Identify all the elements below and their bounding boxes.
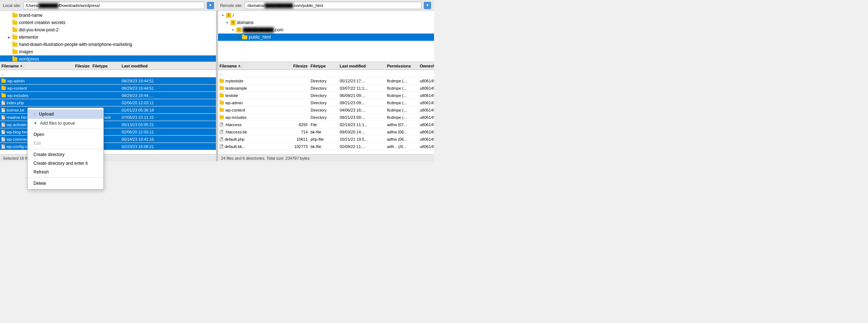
file-text: license.txt bbox=[7, 108, 24, 112]
remote-file-type: Directory bbox=[309, 93, 338, 98]
file-text: readme.html bbox=[7, 115, 29, 120]
remote-file-list[interactable]: .. mytestsite Directory 05/12/23 17:.. bbox=[218, 70, 434, 154]
context-menu-create-dir-enter[interactable]: Create directory and enter it bbox=[28, 159, 103, 162]
remote-file-lastmod: 02/14/23 11:1... bbox=[338, 122, 386, 127]
remote-file-type: File bbox=[309, 122, 338, 127]
remote-status-text: 24 files and 6 directories. Total size: … bbox=[221, 156, 309, 160]
local-header-filetype[interactable]: Filetype bbox=[91, 64, 120, 68]
tree-item-domain-com[interactable]: ▼ ? ██████████.com bbox=[218, 26, 434, 34]
file-text: testsite bbox=[225, 93, 238, 98]
remote-file-lastmod: 09/21/23 09:... bbox=[338, 101, 386, 105]
context-menu-upload-label: Upload bbox=[39, 112, 54, 117]
tree-item-label: domains bbox=[237, 20, 253, 25]
file-row[interactable]: wp-includes 08/29/23 19:44:... bbox=[0, 92, 216, 99]
remote-file-tree[interactable]: ▼ ? / ▼ ? domains ▼ ? ██████████.com ▶ bbox=[218, 11, 434, 62]
local-file-name: wp-content bbox=[0, 86, 66, 90]
local-file-lastmod: 02/23/23 16:08:21 bbox=[120, 144, 167, 149]
file-text: wp-includes bbox=[225, 115, 246, 120]
file-text: wp-admin bbox=[225, 101, 243, 105]
context-menu-add-queue[interactable]: ✦ Add files to queue bbox=[28, 119, 103, 128]
file-text: default.php bbox=[225, 137, 244, 141]
remote-file-owner: u806149C bbox=[418, 86, 434, 90]
local-header-filename[interactable]: Filename ∧ bbox=[0, 63, 66, 69]
file-row[interactable]: .. bbox=[218, 70, 434, 77]
file-row[interactable]: wp-content 08/29/23 19:44:51 bbox=[0, 85, 216, 92]
file-row[interactable]: .. bbox=[0, 70, 216, 77]
remote-file-permissions: flcdmpe (... bbox=[386, 108, 418, 112]
tree-item-brand-name[interactable]: brand-name bbox=[0, 12, 216, 19]
remote-header-filesize[interactable]: Filesize bbox=[284, 64, 309, 68]
remote-header-filetype[interactable]: Filetype bbox=[309, 64, 338, 68]
tree-item-images[interactable]: images bbox=[0, 48, 216, 55]
local-file-tree[interactable]: brand-name content creation secrets did-… bbox=[0, 11, 216, 62]
remote-file-name: testexample bbox=[218, 86, 284, 90]
remote-file-lastmod: 04/06/23 16:... bbox=[338, 108, 386, 112]
remote-table-header: Filename ∧ Filesize Filetype Last modifi… bbox=[218, 62, 434, 70]
local-header-filename-text: Filename bbox=[1, 64, 19, 68]
file-row[interactable]: testsite Directory 06/09/21 09:... flcdm… bbox=[218, 92, 434, 99]
file-row[interactable]: default.bk... 102773 bk-file 02/09/22 11… bbox=[218, 143, 434, 150]
local-site-path[interactable]: /Users/███████/Downloads/wordpress/ bbox=[23, 2, 205, 9]
file-row[interactable]: default.php 10611 php-file 10/21/21 19:5… bbox=[218, 136, 434, 143]
remote-header-permissions[interactable]: Permissions bbox=[386, 64, 418, 68]
remote-file-owner: u806149C bbox=[418, 122, 434, 127]
folder-icon bbox=[1, 79, 6, 83]
local-header-lastmod[interactable]: Last modified bbox=[120, 64, 167, 68]
tree-item-label: did-you-know-post-2 bbox=[19, 27, 59, 32]
file-text: wp-admin bbox=[7, 79, 25, 83]
tree-item-label: images bbox=[19, 49, 33, 54]
file-text: .htaccess bbox=[225, 122, 241, 127]
remote-file-lastmod: 09/21/23 09:... bbox=[338, 115, 386, 120]
context-menu-upload[interactable]: ↑ Upload bbox=[28, 109, 103, 119]
remote-file-owner: u806149C bbox=[418, 79, 434, 83]
folder-icon bbox=[12, 35, 17, 39]
tree-item-elementor[interactable]: ▶ elementor bbox=[0, 34, 216, 41]
tree-item-public-html[interactable]: ▶ public_html bbox=[218, 34, 434, 41]
file-row[interactable]: .htaccess 8293 File 02/14/23 11:1... adf… bbox=[218, 121, 434, 128]
context-menu-create-dir[interactable]: Create directory bbox=[28, 150, 103, 159]
remote-file-name: .. bbox=[218, 71, 284, 76]
remote-file-type: bk-file bbox=[309, 130, 338, 134]
remote-file-size: 10611 bbox=[284, 137, 309, 141]
tree-item-label: hand-drawn-illustration-people-with-smar… bbox=[19, 42, 132, 47]
local-site-dropdown[interactable]: ▼ bbox=[207, 2, 214, 9]
remote-file-name: wp-admin bbox=[218, 101, 284, 105]
context-menu-open[interactable]: Open bbox=[28, 130, 103, 139]
remote-file-name: testsite bbox=[218, 93, 284, 98]
remote-header-lastmod[interactable]: Last modified bbox=[338, 64, 386, 68]
remote-header-owner[interactable]: Owner/Gro bbox=[418, 64, 434, 68]
folder-icon bbox=[1, 86, 6, 90]
tree-item-label: ██████████.com bbox=[243, 27, 283, 32]
remote-site-dropdown[interactable]: ▼ bbox=[424, 2, 431, 9]
tree-item-did-you-know[interactable]: did-you-know-post-2 bbox=[0, 26, 216, 34]
local-header-filesize[interactable]: Filesize bbox=[66, 64, 91, 68]
local-file-lastmod: 05/13/23 03:05:21 bbox=[120, 122, 167, 127]
file-row[interactable]: .htaccess.bk 714 bk-file 09/03/20 14:...… bbox=[218, 128, 434, 136]
remote-header-filename[interactable]: Filename ∧ bbox=[218, 63, 284, 69]
file-row[interactable]: wp-admin 08/29/23 19:44:51 bbox=[0, 77, 216, 85]
remote-site-path[interactable]: /domains/██████████.com/public_html bbox=[245, 2, 422, 9]
tree-item-hand-drawn[interactable]: hand-drawn-illustration-people-with-smar… bbox=[0, 41, 216, 48]
file-row[interactable]: wp-includes Directory 09/21/23 09:... fl… bbox=[218, 114, 434, 121]
context-menu-edit[interactable]: Edit bbox=[28, 139, 103, 148]
remote-file-size: 714 bbox=[284, 130, 309, 134]
remote-file-permissions: flcdmpe (... bbox=[386, 101, 418, 105]
remote-file-type: Directory bbox=[309, 79, 338, 83]
context-menu-edit-label: Edit bbox=[33, 141, 41, 146]
tree-item-root[interactable]: ▼ ? / bbox=[218, 12, 434, 19]
folder-icon bbox=[220, 108, 224, 112]
tree-item-content-creation-secrets[interactable]: content creation secrets bbox=[0, 19, 216, 26]
file-row[interactable]: wp-admin Directory 09/21/23 09:... flcdm… bbox=[218, 99, 434, 106]
remote-file-name: wp-content bbox=[218, 108, 284, 112]
remote-file-owner: u806149C bbox=[418, 93, 434, 98]
file-row[interactable]: wp-content Directory 04/06/23 16:... flc… bbox=[218, 106, 434, 114]
file-row[interactable]: index.php 02/06/20 12:03:11 bbox=[0, 99, 216, 106]
file-icon bbox=[1, 122, 5, 127]
tree-item-domains[interactable]: ▼ ? domains bbox=[218, 19, 434, 26]
remote-file-owner: u806149C bbox=[418, 130, 434, 134]
tree-item-wordpress[interactable]: wordpress bbox=[0, 55, 216, 62]
remote-file-name: mytestsite bbox=[218, 79, 284, 83]
folder-icon bbox=[220, 94, 224, 97]
file-row[interactable]: mytestsite Directory 05/12/23 17:... flc… bbox=[218, 77, 434, 85]
file-row[interactable]: testexample Directory 03/07/22 11:1... f… bbox=[218, 85, 434, 92]
